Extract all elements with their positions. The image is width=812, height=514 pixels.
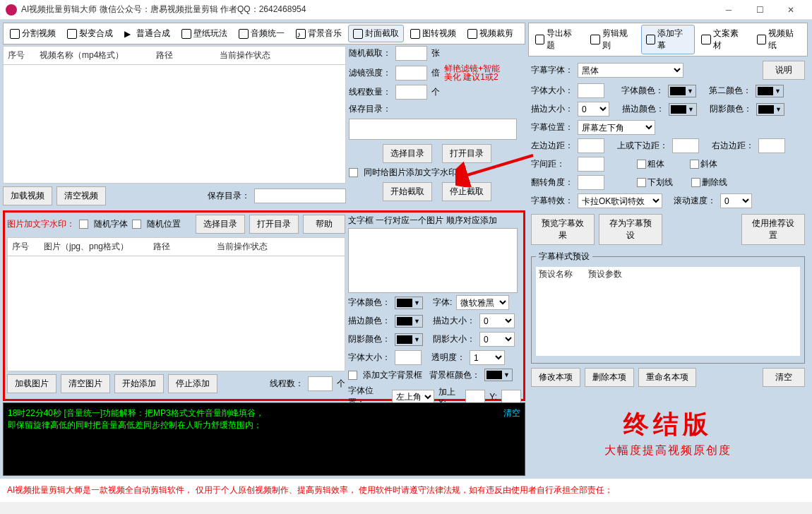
strike-checkbox[interactable] (691, 178, 700, 187)
watermark-checkbox[interactable] (349, 168, 358, 177)
load-video-button[interactable]: 加载视频 (3, 186, 52, 205)
left-tabs: 分割视频 裂变合成 ▶普通合成 壁纸玩法 音频统一 ♪背景音乐 封面截取 图转视… (3, 23, 525, 44)
tab-merge[interactable]: 裂变合成 (62, 25, 118, 42)
clear-preset-button[interactable]: 清空 (763, 368, 805, 387)
preset-list[interactable] (536, 282, 800, 356)
wm-stroke-color[interactable]: ▼ (395, 315, 423, 328)
rules-icon (590, 35, 599, 44)
modify-button[interactable]: 修改本项 (531, 368, 580, 387)
crop-icon (467, 29, 477, 39)
stop-add-button[interactable]: 停止添加 (168, 374, 217, 393)
wm-shadow-select[interactable]: 0 (479, 332, 515, 347)
right-tabs: 导出标题 剪辑规则 添加字幕 文案素材 视频贴纸 (528, 23, 808, 56)
wm-font-color[interactable]: ▼ (395, 297, 423, 309)
log-line: 即保留旋律高低的同时把音量高低差同步控制在人听力舒缓范围内； (8, 419, 520, 431)
sub-mv-input[interactable] (672, 138, 699, 153)
threads-input[interactable] (395, 85, 427, 100)
desc-button[interactable]: 说明 (763, 61, 805, 80)
log-clear-button[interactable]: 清空 (503, 407, 520, 419)
wm-threads-input[interactable] (308, 376, 333, 391)
cover-icon (353, 29, 363, 39)
tab-sticker[interactable]: 视频贴纸 (752, 25, 806, 54)
sub-shadow-color[interactable]: ▼ (756, 103, 784, 116)
window-title: AI视频批量剪辑大师 微信公众号：唐易视频批量剪辑 作者QQ：264246895… (21, 4, 713, 16)
bold-checkbox[interactable] (637, 160, 646, 169)
sub-pos-select[interactable]: 屏幕左下角 (578, 120, 655, 135)
maximize-button[interactable]: ☐ (744, 0, 775, 20)
log-panel: 清空 18时22分40秒 [音量统一]功能解释：把MP3格式文件音量削峰填谷， … (3, 402, 525, 476)
wm-opacity-select[interactable]: 1 (470, 350, 505, 365)
video-table-header: 序号 视频名称（mp4格式） 路径 当前操作状态 (3, 46, 346, 65)
underline-checkbox[interactable] (637, 178, 646, 187)
wm-font-select[interactable]: 微软雅黑 (456, 295, 509, 310)
tab-crop[interactable]: 视频裁剪 (462, 25, 518, 42)
use-rec-button[interactable]: 使用推荐设置 (741, 214, 805, 245)
tab-cover[interactable]: 封面截取 (348, 25, 404, 42)
sub-color2[interactable]: ▼ (756, 85, 784, 97)
select-dir-button[interactable]: 选择目录 (383, 144, 432, 163)
tab-edit-rules[interactable]: 剪辑规则 (585, 25, 639, 54)
tab-split[interactable]: 分割视频 (5, 25, 61, 42)
wallpaper-icon (181, 29, 191, 39)
img-table-body[interactable] (7, 256, 345, 371)
rand-count-input[interactable] (395, 46, 427, 61)
brand: 终结版 大幅度提高视频原创度 (528, 407, 808, 458)
clear-video-button[interactable]: 清空视频 (56, 186, 106, 205)
export-icon (535, 35, 544, 44)
wm-fontsize-input[interactable] (395, 350, 422, 365)
tab-normal[interactable]: ▶普通合成 (119, 25, 175, 42)
start-add-button[interactable]: 开始添加 (114, 374, 164, 393)
wm-bg-checkbox[interactable] (348, 371, 357, 380)
tab-bgm[interactable]: ♪背景音乐 (291, 25, 347, 42)
sub-rot-input[interactable] (578, 175, 604, 190)
video-save-dir-input[interactable] (254, 189, 346, 203)
sub-stroke-select[interactable]: 0 (578, 102, 609, 116)
sub-spacing-input[interactable] (578, 157, 604, 172)
imgvid-icon (410, 29, 420, 39)
tab-copy[interactable]: 文案素材 (696, 25, 750, 54)
rename-button[interactable]: 重命名本项 (638, 368, 696, 387)
save-preset-button[interactable]: 存为字幕预设 (599, 214, 662, 245)
tab-add-subtitle[interactable]: 添加字幕 (641, 25, 695, 54)
sub-ml-input[interactable] (578, 138, 604, 153)
italic-checkbox[interactable] (690, 160, 699, 169)
wm-text-input[interactable] (348, 228, 518, 293)
help-button[interactable]: 帮助 (303, 215, 345, 234)
sub-stroke-color[interactable]: ▼ (669, 103, 697, 116)
close-button[interactable]: ✕ (775, 0, 806, 20)
rand-font-checkbox[interactable] (79, 220, 88, 229)
wm-select-dir-button[interactable]: 选择目录 (196, 215, 245, 234)
preview-subtitle-button[interactable]: 预览字幕效果 (531, 214, 595, 245)
tab-export-title[interactable]: 导出标题 (530, 25, 584, 54)
cover-save-dir-input[interactable] (349, 119, 517, 140)
audio-icon (239, 29, 249, 39)
music-icon: ♪ (296, 29, 306, 39)
load-img-button[interactable]: 加载图片 (7, 374, 56, 393)
sub-color[interactable]: ▼ (668, 85, 696, 97)
play-icon: ▶ (124, 29, 134, 39)
wm-bg-color[interactable]: ▼ (484, 369, 513, 381)
merge-icon (67, 29, 77, 39)
tab-wallpaper[interactable]: 壁纸玩法 (177, 25, 232, 42)
minimize-button[interactable]: ─ (713, 0, 744, 20)
clear-img-button[interactable]: 清空图片 (61, 374, 110, 393)
start-capture-button[interactable]: 开始截取 (383, 182, 432, 201)
wm-open-dir-button[interactable]: 打开目录 (249, 215, 299, 234)
preset-fieldset: 字幕样式预设 预设名称 预设参数 (531, 251, 805, 364)
wm-shadow-color[interactable]: ▼ (395, 333, 423, 346)
sub-mr-input[interactable] (758, 138, 785, 153)
video-table-body[interactable] (3, 65, 346, 184)
tab-audio[interactable]: 音频统一 (234, 25, 289, 42)
rand-pos-checkbox[interactable] (132, 220, 141, 229)
stop-capture-button[interactable]: 停止截取 (442, 182, 491, 201)
sub-speed-select[interactable]: 0 (720, 193, 752, 208)
sub-fx-select[interactable]: 卡拉OK歌词特效 (578, 193, 662, 208)
sub-size-input[interactable] (578, 83, 604, 98)
subtitle-icon (646, 35, 655, 44)
open-dir-button[interactable]: 打开目录 (442, 144, 491, 163)
wm-stroke-select[interactable]: 0 (479, 313, 515, 328)
delete-button[interactable]: 删除本项 (585, 368, 634, 387)
tab-imgvid[interactable]: 图转视频 (405, 25, 461, 42)
filter-input[interactable] (395, 66, 427, 80)
sub-font-select[interactable]: 黑体 (578, 63, 683, 78)
